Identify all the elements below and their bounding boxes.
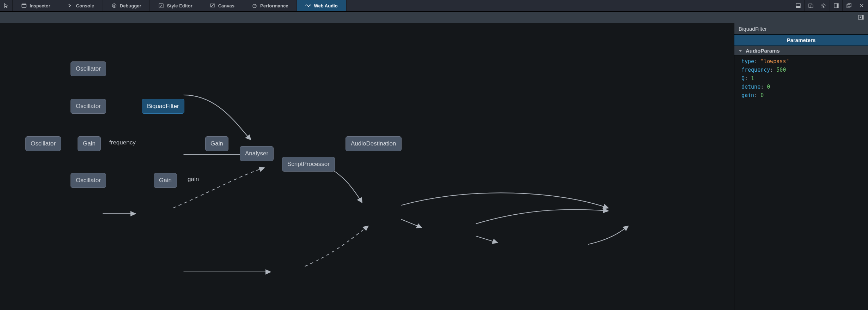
performance-icon	[252, 3, 257, 8]
tab-style-editor[interactable]: Style Editor	[150, 0, 201, 11]
svg-line-17	[822, 4, 823, 5]
split-console-button[interactable]	[792, 0, 805, 11]
separate-window-button[interactable]	[843, 0, 855, 11]
tab-label: Inspector	[30, 3, 50, 8]
pointer-icon	[4, 3, 9, 8]
node-analyser[interactable]: Analyser	[240, 146, 274, 161]
edge-label-gain: gain	[188, 176, 199, 183]
section-label: AudioParams	[746, 48, 780, 54]
tab-label: Web Audio	[314, 3, 337, 8]
param-value: 1	[751, 75, 754, 82]
tab-web-audio[interactable]: Web Audio	[297, 0, 346, 11]
svg-rect-22	[837, 4, 838, 8]
main-area: Oscillator Oscillator BiquadFilter Oscil…	[0, 23, 868, 310]
param-row[interactable]: frequency: 500	[734, 66, 868, 74]
tab-label: Canvas	[218, 3, 234, 8]
inspector-tab-parameters[interactable]: Parameters	[734, 35, 868, 46]
node-oscillator[interactable]: Oscillator	[71, 99, 106, 114]
tab-label: Debugger	[120, 3, 141, 8]
node-gain[interactable]: Gain	[205, 136, 228, 151]
tab-label: Performance	[260, 3, 288, 8]
svg-rect-1	[22, 4, 26, 5]
close-devtools-button[interactable]	[855, 0, 868, 11]
web-audio-icon	[305, 3, 311, 8]
svg-rect-26	[862, 15, 863, 19]
node-oscillator[interactable]: Oscillator	[25, 136, 61, 151]
param-key: detune	[741, 84, 760, 90]
node-scriptprocessor[interactable]: ScriptProcessor	[282, 157, 335, 172]
inspector-icon	[21, 3, 27, 8]
tab-label: Console	[76, 3, 94, 8]
svg-point-2	[112, 4, 116, 8]
inspector-side-pane: BiquadFilter Parameters AudioParams type…	[734, 23, 868, 310]
debugger-icon	[111, 3, 117, 8]
tab-performance[interactable]: Performance	[243, 0, 297, 11]
param-list: type: "lowpass" frequency: 500 Q: 1 detu…	[734, 56, 868, 101]
svg-point-12	[823, 5, 824, 6]
node-gain[interactable]: Gain	[154, 173, 177, 188]
settings-button[interactable]	[817, 0, 830, 11]
svg-rect-3	[114, 5, 114, 7]
node-gain[interactable]: Gain	[78, 136, 101, 151]
param-value: "lowpass"	[760, 58, 789, 65]
popout-icon	[846, 3, 852, 8]
responsive-icon	[808, 3, 814, 8]
param-row[interactable]: detune: 0	[734, 83, 868, 91]
param-value: 0	[760, 92, 764, 99]
param-value: 0	[767, 84, 770, 90]
svg-line-20	[825, 4, 825, 5]
param-row[interactable]: type: "lowpass"	[734, 57, 868, 66]
responsive-mode-button[interactable]	[805, 0, 817, 11]
node-oscillator[interactable]: Oscillator	[71, 173, 106, 188]
edge-label-frequency: frequency	[109, 139, 136, 146]
param-row[interactable]: Q: 1	[734, 74, 868, 83]
svg-rect-23	[847, 5, 850, 8]
pick-element-button[interactable]	[0, 0, 13, 11]
param-key: type	[741, 58, 754, 65]
param-key: frequency	[741, 67, 770, 73]
param-key: gain	[741, 92, 754, 99]
svg-line-18	[825, 7, 825, 7]
tab-debugger[interactable]: Debugger	[103, 0, 150, 11]
tab-inspector[interactable]: Inspector	[13, 0, 59, 11]
node-biquadfilter[interactable]: BiquadFilter	[142, 99, 184, 114]
node-oscillator[interactable]: Oscillator	[71, 61, 106, 76]
split-console-icon	[795, 3, 801, 8]
pane-collapse-icon	[858, 15, 864, 20]
tab-label: Style Editor	[167, 3, 192, 8]
param-row[interactable]: gain: 0	[734, 91, 868, 100]
inspector-node-title: BiquadFilter	[734, 23, 868, 35]
canvas-icon	[210, 3, 215, 8]
chevron-down-icon	[739, 50, 742, 52]
tab-canvas[interactable]: Canvas	[201, 0, 243, 11]
param-value: 500	[776, 67, 786, 73]
console-icon	[68, 3, 73, 8]
svg-line-19	[822, 7, 823, 7]
gear-icon	[821, 3, 826, 8]
svg-rect-4	[114, 5, 115, 7]
dock-side-icon	[833, 3, 839, 8]
param-key: Q	[741, 75, 745, 82]
devtools-toolbar: Inspector Console Debugger Style Editor	[0, 0, 868, 12]
toggle-side-pane-button[interactable]	[857, 14, 864, 21]
secondary-toolbar	[0, 12, 868, 23]
section-audioparams[interactable]: AudioParams	[734, 46, 868, 56]
style-editor-icon	[158, 3, 164, 8]
svg-rect-11	[811, 5, 813, 8]
node-audiodestination[interactable]: AudioDestination	[346, 136, 402, 151]
svg-rect-24	[848, 4, 851, 7]
close-icon	[859, 3, 864, 8]
svg-rect-9	[796, 6, 800, 8]
audio-graph-pane[interactable]: Oscillator Oscillator BiquadFilter Oscil…	[0, 23, 734, 310]
dock-side-button[interactable]	[830, 0, 843, 11]
tab-console[interactable]: Console	[59, 0, 103, 11]
